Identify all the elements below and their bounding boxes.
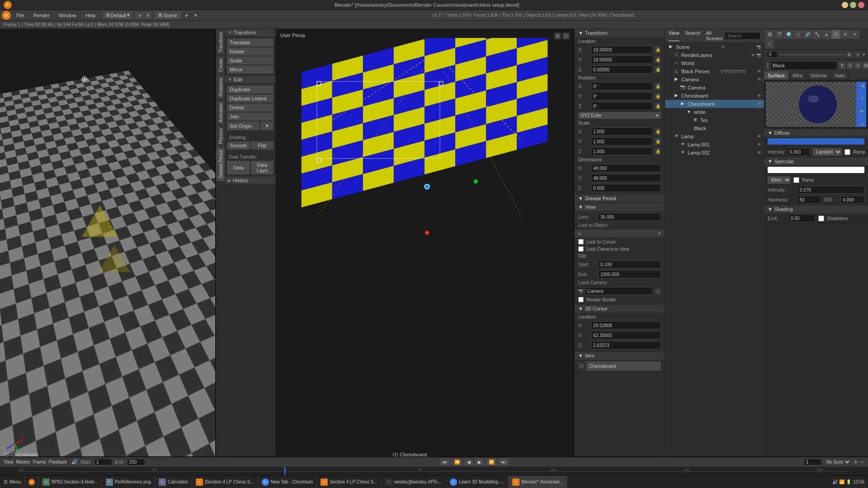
scene-eye[interactable]: 👁 — [721, 45, 725, 49]
outliner-camera-group[interactable]: ▶ Camera 👁 — [665, 75, 764, 84]
scale-y-lock[interactable]: 🔒 — [655, 138, 661, 145]
view-prop-header[interactable]: ▼ View — [575, 203, 665, 211]
diffuse-header[interactable]: ▼ Diffuse — [764, 129, 868, 137]
lock-obj-field[interactable] — [584, 231, 656, 236]
prop-tab-texture[interactable]: ⊞ — [841, 30, 850, 39]
tab-relations[interactable]: Relations — [216, 75, 225, 99]
tl-audio-icon[interactable]: 🔊 — [71, 459, 78, 465]
duplicate-linked-btn[interactable]: Duplicate Linked — [227, 94, 274, 103]
render-border-checkbox[interactable] — [578, 297, 584, 302]
loc-y-field[interactable] — [591, 56, 653, 64]
camera-clear-btn[interactable]: × — [655, 288, 661, 294]
outliner-black-pieces[interactable]: △ Black Pieces ▽▽▽▽▽▽▽▽ 👁 — [665, 67, 764, 75]
tl-play-btn[interactable]: ▶ — [475, 459, 484, 465]
scale-z-field[interactable] — [591, 147, 653, 155]
grease-pencil-header[interactable]: ▼ Grease Pencil — [575, 194, 665, 202]
vp-render-btn[interactable]: ⊞ — [554, 33, 561, 39]
tl-next-frame-btn[interactable]: ⏩ — [486, 459, 497, 465]
emit-field[interactable] — [788, 214, 816, 222]
flat-btn[interactable]: Flat — [251, 141, 274, 150]
diff-ramp-checkbox[interactable] — [844, 149, 850, 155]
maximize-button[interactable] — [850, 2, 856, 8]
mat-icons-btn[interactable]: ≡ — [855, 52, 861, 57]
taskbar-bp02[interactable]: N BP02-Section-3-Note... — [39, 476, 102, 488]
tl-scrubber[interactable]: -50 -25 0 50 100 150 200 — [0, 467, 868, 475]
tl-start-btn[interactable]: ⏮ — [440, 459, 450, 465]
cb-eye[interactable]: 👁 — [757, 102, 761, 106]
tl-playback-btn[interactable]: Playback — [49, 460, 67, 465]
rot-x-field[interactable] — [591, 82, 653, 90]
prev-ctrl-4[interactable]: ▲ — [860, 121, 865, 126]
shadeless-checkbox[interactable] — [818, 216, 824, 221]
mat-add-btn[interactable]: + — [847, 62, 853, 69]
shading-mat-header[interactable]: ▼ Shading — [764, 205, 868, 213]
scene-tab-view[interactable]: View — [669, 30, 679, 41]
taskbar-pin[interactable]: P PinReference.png — [102, 476, 155, 488]
tl-end-btn[interactable]: ⏭ — [499, 459, 509, 465]
taskbar-blender-active[interactable]: B Blender* /home/we... — [509, 476, 567, 488]
scene-tab[interactable]: ⊞ Scene — [155, 11, 181, 19]
tl-start-field[interactable] — [94, 459, 112, 465]
prop-tab-particles[interactable]: ✦ — [850, 30, 859, 39]
scene-tab-search[interactable]: Search — [685, 30, 701, 41]
set-origin-dropdown[interactable]: ▾ — [260, 122, 274, 130]
history-header[interactable]: ▶ History — [225, 177, 275, 184]
loc-z-field[interactable] — [591, 66, 653, 74]
scale-z-lock[interactable]: 🔒 — [655, 148, 661, 155]
loc-x-lock[interactable]: 🔒 — [655, 46, 661, 53]
rot-y-lock[interactable]: 🔒 — [655, 93, 661, 100]
prop-tab-constraint[interactable]: 🔗 — [803, 30, 812, 39]
item-name-field[interactable] — [586, 361, 661, 371]
taskbar-section4[interactable]: B [Section-4 LP Chess S... — [192, 476, 258, 488]
taskbar-blender-icon[interactable]: B — [25, 476, 39, 488]
outliner-scene[interactable]: ▶ Scene 👁 📷 — [665, 43, 764, 51]
specular-header[interactable]: ▼ Specular — [764, 157, 868, 165]
prev-ctrl-1[interactable]: ◀ — [860, 83, 864, 89]
tl-frame-btn[interactable]: Frame — [33, 460, 46, 465]
spec-ramp-checkbox[interactable] — [793, 177, 799, 183]
rotate-btn[interactable]: Rotate — [227, 47, 274, 56]
lock-cursor-checkbox[interactable] — [578, 239, 584, 244]
item-header[interactable]: ▼ Item — [575, 352, 665, 360]
edit-header[interactable]: ▼ Edit — [225, 76, 275, 83]
scene-tab-all-scenes[interactable]: All Scenes — [706, 30, 724, 41]
dim-x-field[interactable] — [591, 164, 661, 172]
loc-x-field[interactable] — [591, 46, 653, 54]
data-layo-btn[interactable]: Data Layo — [251, 161, 274, 174]
cursor-x-field[interactable] — [591, 321, 661, 329]
mat-mode-btn[interactable]: ⊞ — [846, 52, 853, 57]
surf-tab-volume[interactable]: Volume — [807, 71, 831, 80]
scene-cam[interactable]: 📷 — [756, 45, 761, 49]
rot-x-lock[interactable]: 🔒 — [655, 83, 661, 90]
tl-current-frame[interactable] — [804, 459, 822, 465]
loc-y-lock[interactable]: 🔒 — [655, 56, 661, 63]
scale-x-lock[interactable]: 🔒 — [655, 128, 661, 135]
cam-eye[interactable]: 👁 — [757, 77, 761, 82]
prop-tab-world[interactable]: 🌍 — [784, 30, 793, 39]
lamp001-eye[interactable]: 👁 — [757, 142, 761, 147]
vp-mode-btn[interactable]: ◎ — [562, 33, 570, 39]
clip-start-field[interactable] — [598, 260, 661, 268]
scale-y-field[interactable] — [591, 137, 653, 145]
mirror-btn[interactable]: Mirror — [227, 66, 274, 74]
menu-window[interactable]: Window — [55, 12, 80, 19]
prop-tab-material[interactable]: ⬡ — [831, 30, 840, 39]
prev-ctrl-2[interactable]: ▼ — [860, 95, 865, 101]
prop-tab-object[interactable]: ◻ — [793, 30, 802, 39]
outliner-camera[interactable]: 📷 Camera — [665, 84, 764, 92]
cbg-eye[interactable]: 👁 — [757, 94, 761, 98]
outliner-lamp[interactable]: ☀ Lamp 👁 — [665, 132, 764, 141]
outliner-tex[interactable]: ⊕ Tex — [665, 116, 764, 124]
menu-help[interactable]: Help — [82, 12, 99, 19]
add-scene-button[interactable]: + — [182, 11, 191, 20]
tl-sync-select[interactable]: No Sync — [825, 459, 851, 465]
diff-intensity-field[interactable] — [787, 148, 810, 156]
mat-data-btn[interactable]: Data — [863, 62, 868, 69]
surf-tab-surface[interactable]: Surface — [764, 71, 789, 80]
scene-search-input[interactable] — [724, 32, 760, 40]
scale-btn[interactable]: Scale — [227, 56, 274, 65]
tab-transform[interactable]: Transform — [216, 29, 225, 55]
outliner-chessboard-group[interactable]: ▶ Chessboard 👁 — [665, 92, 764, 100]
lock-obj-arrow[interactable]: ▾ — [658, 230, 661, 236]
transform-header[interactable]: ▼ Transform — [225, 29, 275, 36]
